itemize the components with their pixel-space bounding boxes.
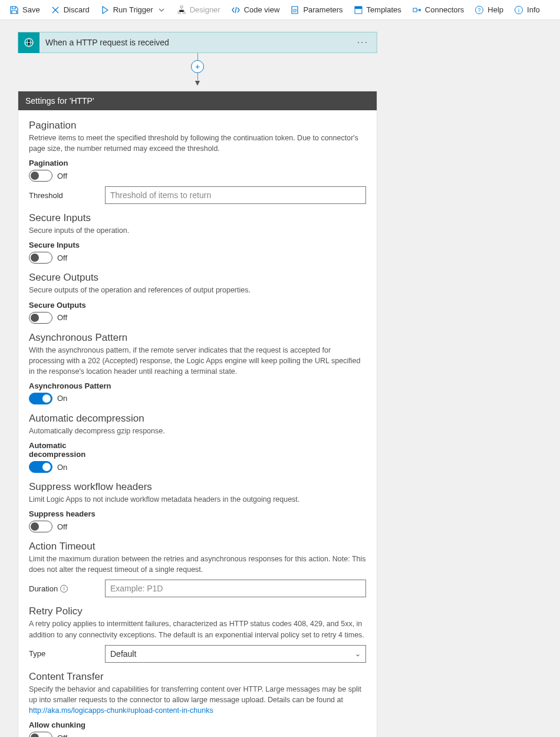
threshold-input[interactable] xyxy=(105,186,366,204)
secure-outputs-toggle[interactable] xyxy=(29,312,52,324)
run-trigger-button[interactable]: Run Trigger xyxy=(95,3,171,17)
section-retry-policy: Retry Policy A retry policy applies to i… xyxy=(29,606,366,662)
discard-icon xyxy=(51,5,60,15)
secure-outputs-desc: Secure outputs of the operation and refe… xyxy=(29,285,366,295)
designer-icon xyxy=(177,5,186,15)
suppress-label: Suppress headers xyxy=(29,509,366,518)
retry-type-select[interactable]: Default ⌄ xyxy=(105,645,366,663)
info-label: Info xyxy=(527,5,540,14)
help-label: Help xyxy=(487,5,503,14)
ct-desc: Specify the behavior and capabilities fo… xyxy=(29,684,366,716)
timeout-desc: Limit the maximum duration between the r… xyxy=(29,554,366,575)
http-trigger-icon xyxy=(18,32,39,53)
discard-label: Discard xyxy=(64,5,90,14)
info-icon[interactable]: i xyxy=(60,585,68,593)
templates-button[interactable]: Templates xyxy=(349,3,406,17)
async-label: Asynchronous Pattern xyxy=(29,381,366,390)
run-trigger-label: Run Trigger xyxy=(113,5,153,14)
duration-input[interactable] xyxy=(105,580,366,597)
ct-title: Content Transfer xyxy=(29,671,366,683)
save-label: Save xyxy=(22,5,40,14)
pagination-toggle[interactable] xyxy=(29,170,52,182)
pagination-desc: Retrieve items to meet the specified thr… xyxy=(29,133,366,154)
secure-outputs-label: Secure Outputs xyxy=(29,301,366,310)
connectors-button[interactable]: Connectors xyxy=(407,3,469,17)
svg-rect-1 xyxy=(178,12,180,14)
save-icon xyxy=(9,5,19,15)
async-state: On xyxy=(57,394,67,403)
help-icon: ? xyxy=(475,5,484,15)
templates-icon xyxy=(354,5,363,15)
secure-inputs-label: Secure Inputs xyxy=(29,241,366,249)
retry-type-label: Type xyxy=(29,649,97,658)
more-icon[interactable]: ··· xyxy=(349,37,377,48)
secure-outputs-state: Off xyxy=(57,313,67,322)
decompress-label: Automatic decompression xyxy=(29,441,94,459)
decompress-title: Automatic decompression xyxy=(29,413,366,425)
connector: + ▼ xyxy=(18,53,377,87)
retry-title: Retry Policy xyxy=(29,606,366,617)
chevron-down-icon: ⌄ xyxy=(355,650,361,658)
code-icon xyxy=(231,5,241,15)
retry-desc: A retry policy applies to intermittent f… xyxy=(29,618,366,640)
ct-link[interactable]: http://aka.ms/logicapps-chunk#upload-con… xyxy=(29,706,213,715)
async-title: Asynchronous Pattern xyxy=(29,332,366,344)
section-pagination: Pagination Retrieve items to meet the sp… xyxy=(29,120,366,204)
chunking-toggle[interactable] xyxy=(29,732,52,737)
templates-label: Templates xyxy=(367,5,401,14)
section-action-timeout: Action Timeout Limit the maximum duratio… xyxy=(29,541,366,597)
play-icon xyxy=(100,5,110,15)
designer-button: Designer xyxy=(172,3,225,17)
parameters-icon: @ xyxy=(290,5,299,15)
chunking-label: Allow chunking xyxy=(29,720,366,729)
threshold-label: Threshold xyxy=(29,191,97,200)
discard-button[interactable]: Discard xyxy=(46,3,94,17)
section-content-transfer: Content Transfer Specify the behavior an… xyxy=(29,671,366,737)
svg-text:?: ? xyxy=(478,7,481,13)
info-icon: i xyxy=(514,5,523,15)
designer-canvas: When a HTTP request is received ··· + ▼ … xyxy=(0,20,560,737)
parameters-button[interactable]: @ Parameters xyxy=(285,3,347,17)
suppress-toggle[interactable] xyxy=(29,521,52,532)
secure-outputs-title: Secure Outputs xyxy=(29,272,366,284)
section-async-pattern: Asynchronous Pattern With the asynchrono… xyxy=(29,332,366,404)
settings-header: Settings for 'HTTP' xyxy=(18,91,377,110)
secure-inputs-desc: Secure inputs of the operation. xyxy=(29,225,366,236)
save-button[interactable]: Save xyxy=(5,3,45,17)
duration-label: Duration i xyxy=(29,584,97,593)
trigger-card[interactable]: When a HTTP request is received ··· xyxy=(18,32,377,53)
connectors-icon xyxy=(412,5,421,15)
svg-rect-5 xyxy=(355,6,362,9)
toolbar: Save Discard Run Trigger Designer Code v… xyxy=(0,0,560,20)
section-secure-outputs: Secure Outputs Secure outputs of the ope… xyxy=(29,272,366,323)
svg-text:@: @ xyxy=(292,8,297,13)
trigger-title: When a HTTP request is received xyxy=(39,38,349,47)
decompress-toggle[interactable] xyxy=(29,461,52,473)
async-toggle[interactable] xyxy=(29,393,52,404)
chunking-state: Off xyxy=(57,733,67,738)
chevron-down-icon xyxy=(157,5,166,15)
svg-rect-0 xyxy=(180,6,183,8)
retry-type-value: Default xyxy=(110,649,136,659)
parameters-label: Parameters xyxy=(303,5,342,14)
svg-text:i: i xyxy=(518,7,519,13)
designer-label: Designer xyxy=(190,5,220,14)
section-suppress-headers: Suppress workflow headers Limit Logic Ap… xyxy=(29,481,366,532)
svg-rect-6 xyxy=(413,8,417,12)
code-view-button[interactable]: Code view xyxy=(226,3,285,17)
decompress-desc: Automatically decompress gzip response. xyxy=(29,426,366,436)
async-desc: With the asynchronous pattern, if the re… xyxy=(29,345,366,377)
suppress-desc: Limit Logic Apps to not include workflow… xyxy=(29,494,366,505)
suppress-title: Suppress workflow headers xyxy=(29,481,366,493)
decompress-state: On xyxy=(57,463,67,472)
svg-rect-2 xyxy=(183,12,185,14)
arrow-down-icon: ▼ xyxy=(193,78,202,87)
help-button[interactable]: ? Help xyxy=(470,3,508,17)
pagination-label: Pagination xyxy=(29,159,366,167)
add-step-button[interactable]: + xyxy=(191,60,204,73)
info-button[interactable]: i Info xyxy=(509,3,545,17)
timeout-title: Action Timeout xyxy=(29,541,366,552)
secure-inputs-toggle[interactable] xyxy=(29,252,52,264)
suppress-state: Off xyxy=(57,522,67,531)
connectors-label: Connectors xyxy=(425,5,464,14)
